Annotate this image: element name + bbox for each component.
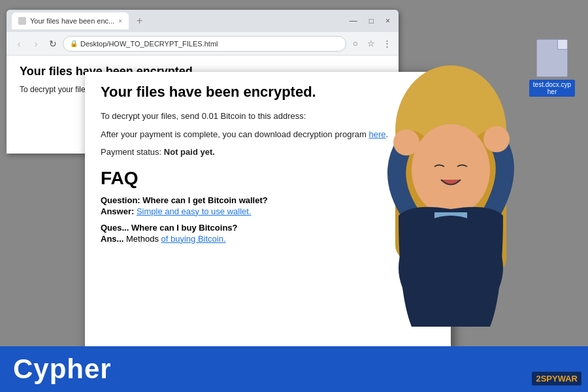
- address-text-back: Desktop/HOW_TO_DECRYPT_FILES.html: [80, 40, 218, 48]
- win-controls-back: — □ ×: [346, 15, 393, 27]
- faq-q2-label: Ques...: [101, 223, 129, 233]
- tab-title-back: Your files have been enc...: [30, 17, 114, 25]
- address-bar-back[interactable]: 🔒 Desktop/HOW_TO_DECRYPT_FILES.html: [63, 36, 346, 52]
- reload-btn-back[interactable]: ↻: [46, 37, 60, 51]
- front-p3-label: Payment status:: [101, 147, 161, 157]
- faq-q1-label: Question:: [101, 195, 140, 205]
- forward-btn-back[interactable]: ›: [29, 37, 43, 51]
- maximize-btn-back[interactable]: □: [366, 15, 377, 27]
- chrome-tab-back[interactable]: Your files have been enc... ×: [12, 12, 129, 29]
- chrome-titlebar-back: Your files have been enc... × + — □ ×: [7, 10, 399, 32]
- tab-new-back[interactable]: +: [133, 15, 146, 27]
- svg-point-4: [412, 124, 490, 216]
- faq-q2-text: Where can I buy Bitcoins?: [131, 223, 238, 233]
- spywar-watermark: 2SPYWAR: [532, 372, 581, 385]
- front-p3-status: Not paid yet.: [164, 147, 215, 157]
- tab-close-back[interactable]: ×: [118, 18, 122, 25]
- person-overlay: [333, 46, 568, 359]
- faq-a1-link[interactable]: Simple and easy to use wallet.: [137, 206, 252, 216]
- faq-a2-link[interactable]: of buying Bitcoin.: [161, 234, 226, 244]
- banner-title: Cypher: [13, 353, 112, 385]
- svg-point-6: [483, 126, 510, 152]
- address-lock-back: 🔒: [70, 40, 78, 47]
- person-svg: [333, 46, 568, 359]
- blue-banner: Cypher: [0, 346, 588, 392]
- faq-q1-text: Where can I get Bitcoin wallet?: [142, 195, 267, 205]
- tab-favicon-back: [18, 17, 26, 25]
- faq-a2-label: Ans...: [101, 234, 123, 244]
- close-btn-back[interactable]: ×: [382, 15, 393, 27]
- svg-point-5: [393, 129, 419, 155]
- front-p2-text: After your payment is complete, you can …: [101, 129, 367, 139]
- svg-point-8: [399, 216, 503, 320]
- faq-a1-label: Answer:: [101, 206, 134, 216]
- faq-a2-text: Methods: [126, 234, 159, 244]
- back-btn-back[interactable]: ‹: [12, 37, 26, 51]
- spywar-text: 2SPYWAR: [536, 374, 578, 384]
- minimize-btn-back[interactable]: —: [346, 15, 361, 27]
